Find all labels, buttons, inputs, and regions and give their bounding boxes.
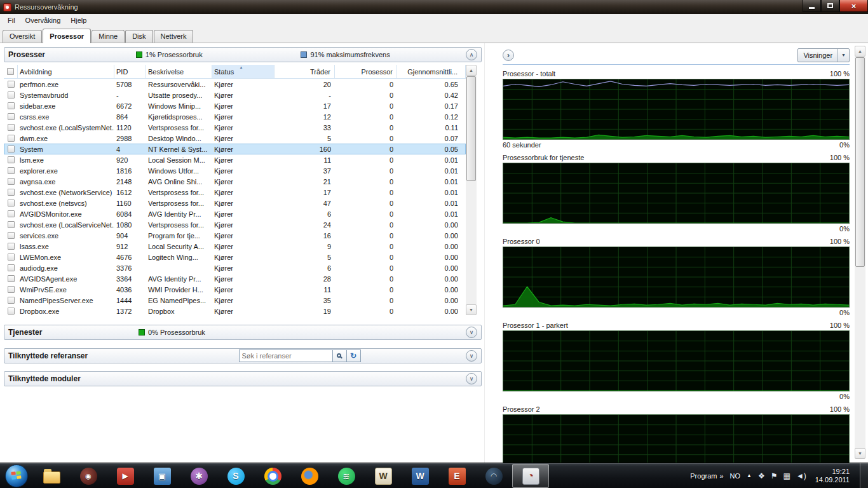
process-row[interactable]: AVGIDSAgent.exe3364AVG Identity Pr...Kjø…	[4, 273, 466, 284]
process-row[interactable]: System4NT Kernel & Syst...Kjører16000.05	[4, 144, 466, 154]
process-row[interactable]: LWEMon.exe4676Logitech Wing...Kjører500.…	[4, 252, 466, 262]
row-checkbox[interactable]	[4, 284, 18, 295]
row-checkbox[interactable]	[4, 219, 18, 230]
restore-button[interactable]	[821, 0, 839, 12]
tab-disk[interactable]: Disk	[125, 30, 153, 43]
process-row[interactable]: svchost.exe (NetworkService)1612Vertspro…	[4, 187, 466, 198]
row-checkbox[interactable]	[4, 176, 18, 187]
process-row[interactable]: audiodg.exe3376Kjører600.00	[4, 262, 466, 273]
process-row[interactable]: services.exe904Program for tje...Kjører1…	[4, 230, 466, 241]
program-toolbar[interactable]: Program »	[690, 472, 723, 480]
row-checkbox[interactable]	[4, 295, 18, 306]
scrollbar-thumb[interactable]	[466, 76, 476, 181]
process-row[interactable]: explorer.exe1816Windows Utfor...Kjører37…	[4, 165, 466, 176]
scroll-down-button[interactable]: ▼	[855, 448, 865, 459]
resource-monitor-icon[interactable]: ◔	[512, 464, 549, 488]
process-row[interactable]: dwm.exe2988Desktop Windo...Kjører500.07	[4, 133, 466, 144]
scrollbar-thumb[interactable]	[855, 57, 865, 267]
process-row[interactable]: AVGIDSMonitor.exe6084AVG Identity Pr...K…	[4, 208, 466, 219]
menu-item-overvking[interactable]: Overvåking	[20, 15, 66, 25]
volume-icon[interactable]: ◄)	[796, 471, 806, 480]
services-section-header[interactable]: Tjenester 0% Prosessorbruk ∨	[4, 325, 482, 340]
table-scrollbar[interactable]: ▲ ▼	[466, 65, 477, 315]
row-checkbox[interactable]	[4, 144, 18, 154]
process-row[interactable]: lsass.exe912Local Security A...Kjører900…	[4, 241, 466, 252]
word-icon[interactable]: W	[402, 464, 438, 488]
process-row[interactable]: Systemavbrudd-Utsatte prosedy...Kjører-0…	[4, 90, 466, 100]
column-header-avg[interactable]: Gjennomsnittli...	[397, 65, 466, 78]
scroll-up-button[interactable]: ▲	[466, 65, 477, 76]
expand-modules-button[interactable]: ∨	[466, 373, 477, 384]
menu-item-hjelp[interactable]: Hjelp	[65, 15, 92, 25]
row-checkbox[interactable]	[4, 111, 18, 122]
close-button[interactable]: ×	[839, 0, 868, 12]
process-row[interactable]: csrss.exe864Kjøretidsproses...Kjører1200…	[4, 111, 466, 122]
row-checkbox[interactable]	[4, 241, 18, 252]
photo-viewer-icon[interactable]: ▣	[144, 464, 180, 488]
tray-app-icon[interactable]: ❖	[758, 471, 765, 480]
process-row[interactable]: Dropbox.exe1372DropboxKjører1900.00	[4, 306, 466, 315]
scroll-down-button[interactable]: ▼	[466, 304, 477, 315]
process-row[interactable]: sidebar.exe6672Windows Minip...Kjører170…	[4, 100, 466, 111]
menu-item-fil[interactable]: Fil	[3, 15, 20, 25]
row-checkbox[interactable]	[4, 208, 18, 219]
views-dropdown-button[interactable]: Visninger ▼	[797, 48, 850, 62]
windows-explorer-icon[interactable]	[33, 464, 70, 488]
tab-minne[interactable]: Minne	[92, 30, 125, 43]
column-header-threads[interactable]: Tråder	[275, 65, 335, 78]
process-row[interactable]: lsm.exe920Local Session M...Kjører1100.0…	[4, 154, 466, 165]
media-player-icon[interactable]: ▶	[107, 464, 144, 488]
row-checkbox[interactable]	[4, 100, 18, 111]
column-header-cpu[interactable]: Prosessor	[335, 65, 397, 78]
search-button[interactable]	[333, 349, 347, 362]
row-checkbox[interactable]	[4, 154, 18, 165]
row-checkbox[interactable]	[4, 165, 18, 176]
minimize-button[interactable]	[803, 0, 821, 12]
start-button[interactable]	[0, 463, 33, 488]
row-checkbox[interactable]	[4, 198, 18, 208]
column-header-status[interactable]: Status▴	[212, 65, 275, 78]
action-center-flag-icon[interactable]: ⚑	[771, 471, 778, 480]
skype-icon[interactable]: S	[217, 464, 254, 488]
steam-icon[interactable]: ◠	[475, 464, 512, 488]
collapse-charts-button[interactable]: ›	[503, 50, 514, 61]
show-desktop-button[interactable]	[860, 463, 868, 488]
column-header-desc[interactable]: Beskrivelse	[146, 65, 212, 78]
language-indicator[interactable]: NO	[730, 472, 741, 480]
wordfeud-icon[interactable]: W	[365, 464, 402, 488]
network-icon[interactable]: ▦	[783, 471, 790, 480]
office-app-icon[interactable]: E	[438, 464, 475, 488]
paw-app-icon[interactable]: ✱	[180, 464, 217, 488]
process-row[interactable]: avgnsa.exe2148AVG Online Shi...Kjører210…	[4, 176, 466, 187]
scroll-up-button[interactable]: ▲	[855, 46, 865, 57]
column-header-pid[interactable]: PID	[114, 65, 146, 78]
process-row[interactable]: svchost.exe (netsvcs)1160Vertsprosess fo…	[4, 198, 466, 208]
tab-nettverk[interactable]: Nettverk	[154, 30, 194, 43]
process-row[interactable]: svchost.exe (LocalSystemNet...1120Vertsp…	[4, 122, 466, 133]
row-checkbox[interactable]	[4, 90, 18, 100]
row-checkbox[interactable]	[4, 252, 18, 262]
media-library-icon[interactable]: ◉	[70, 464, 107, 488]
processes-section-header[interactable]: Prosesser 1% Prosessorbruk 91% maksimums…	[4, 47, 482, 62]
row-checkbox[interactable]	[4, 230, 18, 241]
row-checkbox[interactable]	[4, 133, 18, 144]
process-row[interactable]: perfmon.exe5708Ressursovervåki...Kjører2…	[4, 79, 466, 90]
refresh-button[interactable]: ↻	[347, 349, 361, 362]
titlebar[interactable]: Ressursovervåkning ×	[0, 0, 868, 14]
handles-section-header[interactable]: Tilknyttede referanser ↻ ∨	[4, 348, 482, 363]
firefox-icon[interactable]	[291, 464, 328, 488]
process-row[interactable]: svchost.exe (LocalServiceNet...1080Verts…	[4, 219, 466, 230]
row-checkbox[interactable]	[4, 306, 18, 315]
tab-prosessor[interactable]: Prosessor	[43, 29, 91, 43]
process-row[interactable]: WmiPrvSE.exe4036WMI Provider H...Kjører1…	[4, 284, 466, 295]
search-handles-input[interactable]	[239, 349, 333, 362]
spotify-icon[interactable]: ≋	[328, 464, 365, 488]
tab-oversikt[interactable]: Oversikt	[3, 30, 42, 43]
row-checkbox[interactable]	[4, 262, 18, 273]
header-checkbox-cell[interactable]	[4, 65, 18, 78]
row-checkbox[interactable]	[4, 122, 18, 133]
row-checkbox[interactable]	[4, 187, 18, 198]
collapse-processes-button[interactable]: ∧	[466, 49, 477, 60]
column-header-name[interactable]: Avbildning	[18, 65, 114, 78]
show-hidden-icons-button[interactable]: ▲	[747, 473, 752, 478]
